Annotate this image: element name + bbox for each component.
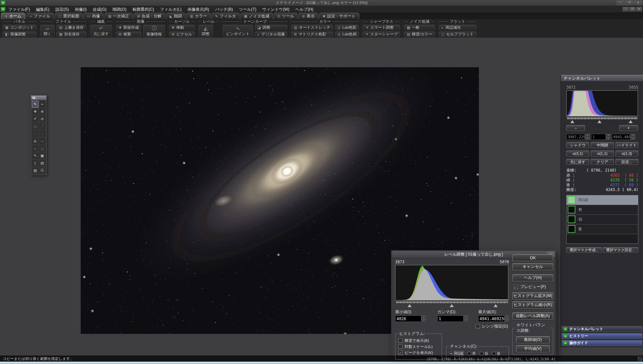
menu-item-2[interactable]: 設定(S) xyxy=(52,7,72,12)
spin-up-icon[interactable] xyxy=(464,315,468,318)
menu-item-1[interactable]: 編集(E) xyxy=(33,7,52,12)
preview-checkbox[interactable]: プレビュー(P) xyxy=(514,284,553,290)
ribbon-button[interactable]: ◎Lab色彩 xyxy=(335,25,359,30)
ribbon-button[interactable]: ▩一般 xyxy=(404,25,435,30)
tool-move-select-icon[interactable]: ➢ xyxy=(39,101,46,108)
midtone-button[interactable]: 中間調 xyxy=(591,142,614,148)
tab-7[interactable]: ▥カラー xyxy=(186,13,211,19)
tool-palette-title[interactable]: 編.. xyxy=(31,96,46,100)
resize-grip-icon[interactable] xyxy=(638,357,642,361)
radio-icon[interactable] xyxy=(492,352,496,356)
cancel-button[interactable]: キャンセル xyxy=(512,263,553,270)
checkbox-checked-icon[interactable] xyxy=(398,351,403,355)
tab-0[interactable]: ✦ホーム xyxy=(1,13,25,19)
ribbon-button[interactable]: ▦別名保存 xyxy=(56,31,86,37)
gamma-field[interactable]: 1 xyxy=(591,134,606,140)
reset-button[interactable]: 元に戻す xyxy=(566,159,589,165)
create-mask-button[interactable]: 選択マスク作成... xyxy=(566,247,602,253)
hist-zoom-out-button[interactable]: ヒストグラム縮小(R) xyxy=(512,301,553,308)
menu-item-6[interactable]: 範囲選択(C) xyxy=(129,7,157,12)
child-minimize-button[interactable]: ─ xyxy=(623,7,629,11)
spin-up-icon[interactable] xyxy=(585,134,590,137)
sigma-31-button[interactable]: σ(3,1) xyxy=(566,151,589,157)
max-marker[interactable] xyxy=(494,304,498,307)
palette-histogram[interactable] xyxy=(566,90,638,116)
tab-3[interactable]: ▭画像 xyxy=(83,13,103,19)
spin-down-icon[interactable] xyxy=(631,137,635,140)
menu-item-7[interactable]: フィルタ(L) xyxy=(157,7,185,12)
channel-row-R[interactable]: R xyxy=(567,205,638,215)
channel-radio-R[interactable]: R xyxy=(467,351,476,356)
tab-9[interactable]: ▩ノイズ低減 xyxy=(240,13,273,19)
ribbon-button[interactable]: ▥オートストレッチ xyxy=(291,25,333,30)
ribbon-button[interactable]: ✥移動 xyxy=(169,25,195,30)
checkbox-checked-icon[interactable] xyxy=(514,285,518,289)
sigma-11-button[interactable]: σ(1,1) xyxy=(591,151,614,157)
child-close-button[interactable]: ✕ xyxy=(636,7,642,11)
ok-button[interactable]: OK xyxy=(512,254,553,261)
tool-annotate-icon[interactable]: Ⓐ xyxy=(39,167,46,174)
spin-down-icon[interactable] xyxy=(422,319,426,322)
radio-selected-icon[interactable] xyxy=(449,352,453,356)
hist-option-2[interactable]: ピークを表示(K) xyxy=(398,350,439,355)
spin-down-icon[interactable] xyxy=(606,137,611,140)
tool-pen-icon[interactable]: ✐ xyxy=(32,115,39,122)
ribbon-button[interactable]: ✚新規作成 xyxy=(116,25,141,30)
tab-11[interactable]: ≣表示 xyxy=(298,13,318,19)
ribbon-button[interactable]: ▨輝度/カラー xyxy=(404,31,435,37)
channel-row-B[interactable]: B xyxy=(567,224,638,234)
channel-row-G[interactable]: G xyxy=(567,215,638,224)
gamma-spinner[interactable] xyxy=(464,315,468,322)
channel-radio-RGB[interactable]: RGB xyxy=(449,351,463,356)
ribbon-button[interactable]: ∿ピンポイント xyxy=(223,25,253,37)
menu-item-12[interactable]: ヘルプ(H) xyxy=(292,7,316,12)
mode-value-button[interactable]: 最頻値(O) xyxy=(516,336,550,343)
tool-freehand-icon[interactable]: ╲ xyxy=(39,130,46,137)
tool-line-icon[interactable]: ─ xyxy=(39,138,46,145)
tool-select-arrow-icon[interactable]: ↖ xyxy=(32,101,39,108)
tool-hand-pan-icon[interactable]: ✥ xyxy=(32,108,39,115)
clear-button[interactable]: クリア xyxy=(591,159,614,165)
ribbon-button[interactable]: ◻セルフフラット xyxy=(439,31,477,37)
ribbon-button[interactable]: ◐デジタル現像 xyxy=(255,31,288,37)
shadow-marker[interactable] xyxy=(570,120,574,123)
channel-radio-B[interactable]: B xyxy=(492,351,500,356)
menu-item-0[interactable]: ファイル(F) xyxy=(5,7,33,12)
checkbox-icon[interactable] xyxy=(476,324,480,329)
help-button[interactable]: ヘルプ(H) xyxy=(512,274,553,281)
ribbon-button[interactable]: ⊞マトリクス色彩 xyxy=(291,31,333,37)
child-restore-button[interactable]: ❐ xyxy=(629,7,635,11)
dock-bar-0[interactable]: SIチャンネルパレット xyxy=(562,326,642,332)
gamma-marker[interactable] xyxy=(450,304,454,307)
tool-marquee-icon[interactable]: ▧ xyxy=(32,123,39,130)
tool-measure-icon[interactable]: ▯ xyxy=(32,160,39,167)
restore-button[interactable]: ❐ xyxy=(625,1,633,5)
hist-option-0[interactable]: 輝度で表示(B) xyxy=(398,338,439,343)
max-value-field[interactable]: 4941.469238 xyxy=(478,315,505,322)
tool-chart-icon[interactable]: ▤ xyxy=(39,160,46,167)
ribbon-button[interactable]: ◐周辺減光 xyxy=(439,25,477,30)
spin-down-icon[interactable] xyxy=(585,137,590,140)
auto-level-button[interactable]: 自動レベル調整(A) xyxy=(512,312,553,320)
min-spinner[interactable] xyxy=(422,315,426,322)
ribbon-button[interactable]: ⊞複製 xyxy=(116,31,141,37)
spin-up-icon[interactable] xyxy=(505,315,509,318)
ribbon-button[interactable]: ⓘ画像情報 xyxy=(143,25,165,37)
ribbon-button[interactable]: ▱開く xyxy=(40,25,55,37)
shadow-button[interactable]: シャドウ xyxy=(566,142,589,148)
checkbox-icon[interactable] xyxy=(398,339,403,343)
min-value-field[interactable]: 4026 xyxy=(395,315,421,322)
dialog-histogram[interactable] xyxy=(395,265,508,300)
menu-item-5[interactable]: 階調(O) xyxy=(110,7,129,12)
ribbon-button[interactable]: ✶スターシャープ xyxy=(363,31,400,37)
highlight-button[interactable]: ハイライト xyxy=(616,142,638,148)
tab-8[interactable]: ✎フィルタ xyxy=(211,13,240,19)
channel-radio-G[interactable]: G xyxy=(480,351,488,356)
ribbon-button[interactable]: ◧画像調整 xyxy=(2,31,37,37)
mask-settings-button[interactable]: 選択マスク設定... xyxy=(603,247,638,253)
spin-up-icon[interactable] xyxy=(422,315,426,318)
range-checkbox[interactable]: レンジ指定(G) xyxy=(476,324,508,329)
tool-text-icon[interactable]: A xyxy=(32,138,39,145)
tool-zoom-out-icon[interactable]: ⊖ xyxy=(39,115,46,122)
ribbon-button[interactable]: ◪調整 xyxy=(255,25,288,30)
